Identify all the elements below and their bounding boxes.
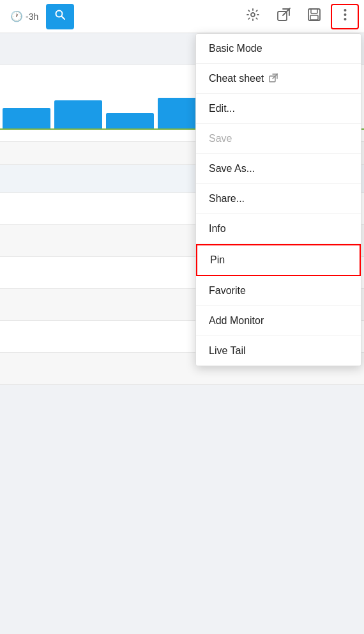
svg-point-8 — [344, 9, 346, 12]
external-link-icon — [269, 73, 278, 84]
menu-item-pin[interactable]: Pin — [196, 244, 361, 276]
menu-item-live-tail[interactable]: Live Tail — [196, 336, 361, 366]
menu-item-label-pin: Pin — [210, 254, 225, 266]
menu-item-label-cheat-sheet: Cheat sheet — [209, 73, 264, 84]
save-button[interactable] — [300, 4, 328, 29]
toolbar: 🕐 -3h — [0, 0, 364, 33]
menu-item-label-add-monitor: Add Monitor — [209, 315, 264, 327]
menu-item-label-save-as: Save As... — [209, 163, 255, 174]
menu-item-favorite[interactable]: Favorite — [196, 276, 361, 306]
menu-item-edit[interactable]: Edit... — [196, 94, 361, 124]
bar-3 — [106, 113, 154, 128]
search-icon — [54, 8, 66, 24]
more-button[interactable] — [331, 4, 359, 29]
menu-item-label-basic-mode: Basic Mode — [209, 43, 262, 54]
svg-rect-6 — [311, 9, 317, 13]
menu-item-label-info: Info — [209, 223, 226, 235]
menu-item-label-favorite: Favorite — [209, 285, 246, 297]
gear-button[interactable] — [239, 4, 267, 29]
dropdown-menu: Basic ModeCheat sheet Edit...SaveSave As… — [195, 33, 361, 366]
menu-item-add-monitor[interactable]: Add Monitor — [196, 306, 361, 336]
gear-icon — [246, 8, 260, 25]
svg-rect-7 — [310, 15, 318, 20]
svg-line-1 — [62, 17, 65, 20]
share-button[interactable] — [269, 4, 298, 29]
save-icon — [307, 8, 321, 25]
svg-point-9 — [344, 13, 346, 16]
search-button[interactable] — [46, 4, 74, 29]
time-label: -3h — [26, 12, 38, 22]
menu-item-label-live-tail: Live Tail — [209, 345, 246, 357]
menu-item-label-share: Share... — [209, 193, 245, 205]
menu-item-save-as[interactable]: Save As... — [196, 154, 361, 184]
clock-icon: 🕐 — [10, 10, 23, 22]
menu-item-share[interactable]: Share... — [196, 184, 361, 214]
app-container: 🕐 -3h — [0, 0, 364, 634]
menu-item-basic-mode[interactable]: Basic Mode — [196, 34, 361, 64]
svg-point-2 — [251, 13, 255, 17]
menu-item-info[interactable]: Info — [196, 214, 361, 244]
bar-2 — [54, 100, 102, 128]
menu-item-save: Save — [196, 124, 361, 154]
menu-item-label-save: Save — [209, 133, 232, 144]
more-icon — [344, 8, 347, 24]
menu-item-cheat-sheet[interactable]: Cheat sheet — [196, 64, 361, 94]
share-icon — [277, 8, 291, 25]
bar-1 — [3, 108, 50, 128]
time-button[interactable]: 🕐 -3h — [5, 8, 43, 25]
menu-item-label-edit: Edit... — [209, 103, 235, 114]
svg-point-10 — [344, 18, 346, 20]
